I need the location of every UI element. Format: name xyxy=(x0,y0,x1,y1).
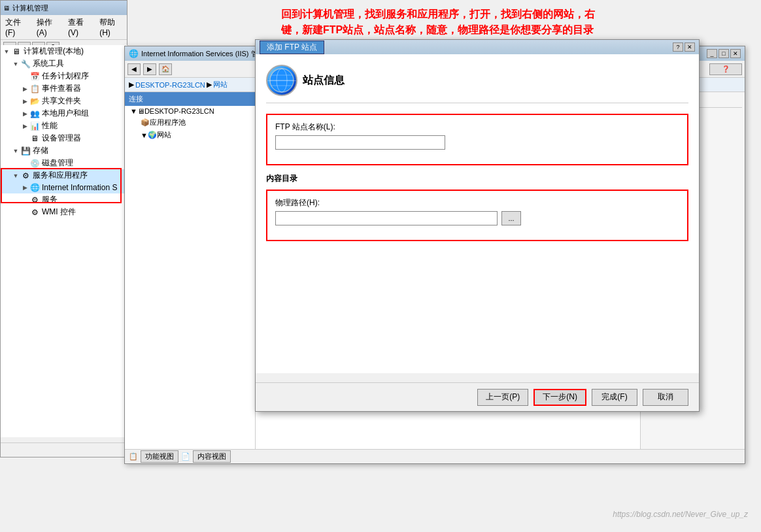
physical-path-input[interactable] xyxy=(275,211,498,225)
dialog-close-btn[interactable]: ✕ xyxy=(685,42,695,52)
tree-disk-mgmt[interactable]: 💿 磁盘管理 xyxy=(1,157,127,169)
dialog-titlebar: 添加 FTP 站点 ? ✕ xyxy=(256,40,699,54)
expand-system: ▼ xyxy=(11,61,20,67)
prev-btn[interactable]: 上一页(P) xyxy=(477,389,528,406)
event-icon: 📋 xyxy=(29,84,40,94)
tree-local-users[interactable]: ▶ 👥 本地用户和组 xyxy=(1,107,127,120)
computer-mgmt-statusbar xyxy=(1,442,128,457)
tree-system-tools[interactable]: ▼ 🔧 系统工具 xyxy=(1,58,127,70)
tree-shared-folders[interactable]: ▶ 📂 共享文件夹 xyxy=(1,95,127,107)
cancel-btn[interactable]: 取消 xyxy=(643,389,688,406)
tree-event-viewer[interactable]: ▶ 📋 事件查看器 xyxy=(1,82,127,95)
tree-device-mgr[interactable]: 🖥 设备管理器 xyxy=(1,132,127,144)
site-name-group: FTP 站点名称(L): xyxy=(275,122,679,150)
titlebar-buttons: _ □ ✕ xyxy=(707,49,741,58)
tree-services-apps[interactable]: ▼ ⚙ 服务和应用程序 xyxy=(1,169,127,182)
iis-tree-server[interactable]: ▼ 🖥 DESKTOP-RG23LCN xyxy=(125,106,255,116)
tree-wmi[interactable]: ⚙ WMI 控件 xyxy=(1,206,127,218)
content-dir-title: 内容目录 xyxy=(266,173,688,184)
iis-forward-btn[interactable]: ▶ xyxy=(143,63,156,75)
physical-path-group: 物理路径(H): ... xyxy=(275,197,679,225)
computer-mgmt-window: 🖥 计算机管理 文件(F) 操作(A) 查看(V) 帮助(H) ◀ ▶ 📁 ? … xyxy=(0,0,127,457)
tree-scheduler[interactable]: 📅 任务计划程序 xyxy=(1,70,127,82)
maximize-btn[interactable]: □ xyxy=(719,49,729,58)
iis-tree-sites[interactable]: ▼ 🌍 网站 xyxy=(125,129,255,141)
finish-btn[interactable]: 完成(F) xyxy=(592,389,637,406)
menu-action[interactable]: 操作(A) xyxy=(35,16,61,38)
tree-services[interactable]: ⚙ 服务 xyxy=(1,193,127,206)
sites-expand: ▼ xyxy=(141,131,148,139)
annotation-line1: 回到计算机管理，找到服务和应用程序，打开，找到右侧的网站，右 xyxy=(281,7,754,22)
physical-path-section: 物理路径(H): ... xyxy=(266,190,688,241)
iis-help-btn[interactable]: ❓ xyxy=(709,63,742,75)
tree-iis[interactable]: ▶ 🌐 Internet Information S xyxy=(1,182,127,193)
iis-back-btn[interactable]: ◀ xyxy=(127,63,141,75)
tree-storage-label: 存储 xyxy=(33,145,48,156)
tree-root[interactable]: ▼ 🖥 计算机管理(本地) xyxy=(1,45,127,58)
disk-icon: 💿 xyxy=(29,158,40,169)
site-name-label: FTP 站点名称(L): xyxy=(275,122,679,133)
breadcrumb-server[interactable]: DESKTOP-RG23LCN xyxy=(135,81,205,89)
content-view-btn[interactable]: 内容视图 xyxy=(193,450,231,463)
annotation-line2: 键，新建FTP站点，站点名称，随意，物理路径是你想要分享的目录 xyxy=(281,22,754,38)
dialog-footer: 上一页(P) 下一步(N) 完成(F) 取消 xyxy=(256,382,699,411)
dialog-titlebar-buttons: ? ✕ xyxy=(673,42,695,52)
users-icon: 👥 xyxy=(29,108,40,119)
tree-system-label: 系统工具 xyxy=(33,58,64,69)
storage-icon: 💾 xyxy=(20,146,31,156)
iis-connections-header: 连接 xyxy=(125,92,255,106)
computer-mgmt-title: 计算机管理 xyxy=(12,3,48,13)
iis-tree-apppools[interactable]: 📦 应用程序池 xyxy=(125,116,255,129)
breadcrumb-arrow: ▶ xyxy=(129,80,134,89)
iis-server-icon: 🖥 xyxy=(137,107,144,115)
close-btn[interactable]: ✕ xyxy=(730,49,741,58)
computer-icon: 🖥 xyxy=(11,46,22,57)
dialog-content: 站点信息 FTP 站点名称(L): 内容目录 物理路径(H): ... xyxy=(256,54,699,373)
tree-services-label: 服务和应用程序 xyxy=(33,170,88,181)
dialog-header-title: 站点信息 xyxy=(303,74,345,88)
feature-view-btn[interactable]: 功能视图 xyxy=(141,450,178,463)
dialog-question-btn[interactable]: ? xyxy=(673,42,683,52)
expand-services: ▼ xyxy=(11,173,20,179)
tree-event-label: 事件查看器 xyxy=(42,83,81,94)
next-btn[interactable]: 下一步(N) xyxy=(533,389,586,406)
dialog-header-text: 站点信息 xyxy=(303,74,345,88)
globe-icon xyxy=(266,65,297,96)
left-panel: ▼ 🖥 计算机管理(本地) ▼ 🔧 系统工具 📅 任务计划程序 ▶ 📋 事件查看… xyxy=(1,45,128,437)
iis-server-label: DESKTOP-RG23LCN xyxy=(144,107,214,115)
svg-point-0 xyxy=(270,69,294,92)
expand-storage: ▼ xyxy=(11,148,20,154)
view-toggle: 📋 功能视图 📄 内容视图 xyxy=(129,450,231,463)
dialog-tab-label: 添加 FTP 站点 xyxy=(260,41,324,54)
minimize-btn[interactable]: _ xyxy=(707,49,717,58)
expand-event: ▶ xyxy=(20,86,29,92)
expand-perf: ▶ xyxy=(20,123,29,129)
tree-users-label: 本地用户和组 xyxy=(42,108,89,119)
expand-iis: ▶ xyxy=(20,184,29,191)
tree-perf-label: 性能 xyxy=(42,120,58,131)
tree-disk-label: 磁盘管理 xyxy=(42,158,73,169)
shared-icon: 📂 xyxy=(29,96,40,107)
browse-btn[interactable]: ... xyxy=(501,211,521,225)
menu-help[interactable]: 帮助(H) xyxy=(97,16,124,38)
breadcrumb-sep: ▶ xyxy=(207,80,212,89)
breadcrumb-sites[interactable]: 网站 xyxy=(213,80,228,90)
wmi-icon: ⚙ xyxy=(29,207,40,218)
sites-label: 网站 xyxy=(157,130,171,140)
iis-title: Internet Information Services (IIS) 管理器 xyxy=(141,49,273,59)
menu-file[interactable]: 文件(F) xyxy=(3,16,29,38)
site-name-input[interactable] xyxy=(275,135,445,150)
tree-device-label: 设备管理器 xyxy=(42,133,81,144)
tree-performance[interactable]: ▶ 📊 性能 xyxy=(1,120,127,132)
scheduler-icon: 📅 xyxy=(29,71,40,82)
tree-storage[interactable]: ▼ 💾 存储 xyxy=(1,144,127,157)
menu-view[interactable]: 查看(V) xyxy=(66,16,92,38)
iis-server-expand: ▼ xyxy=(130,107,137,115)
svc-icon: ⚙ xyxy=(29,195,40,205)
iis-home-btn[interactable]: 🏠 xyxy=(159,63,172,75)
tree-scheduler-label: 任务计划程序 xyxy=(42,71,89,82)
iis-icon: 🌐 xyxy=(29,182,40,193)
dialog-header: 站点信息 xyxy=(266,65,688,103)
tree-wmi-label: WMI 控件 xyxy=(42,207,76,218)
path-row: ... xyxy=(275,211,679,225)
